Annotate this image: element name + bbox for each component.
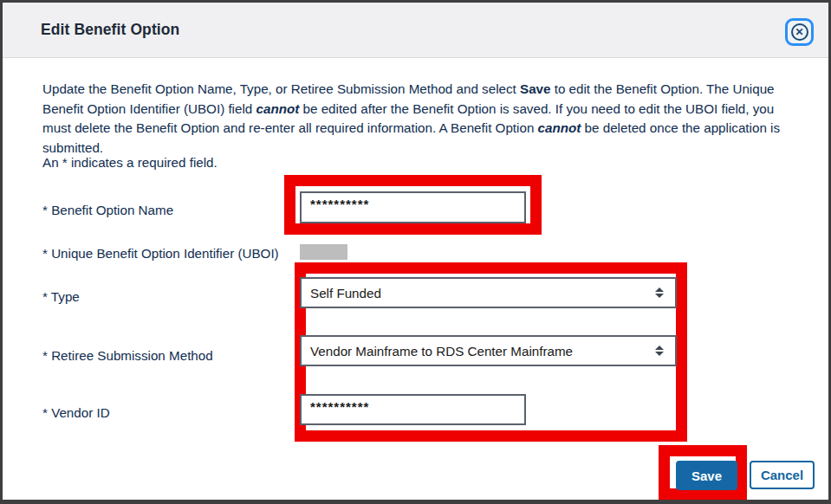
vendor-id-input[interactable]	[300, 394, 526, 425]
vendor-id-label: * Vendor ID	[42, 405, 110, 420]
save-button[interactable]: Save	[676, 461, 737, 490]
intro-text: Update the Benefit Option Name, Type, or…	[42, 81, 520, 96]
benefit-option-name-label: * Benefit Option Name	[42, 203, 173, 217]
select-caret-icon	[655, 288, 664, 298]
type-select-value: Self Funded	[310, 286, 381, 300]
dialog-header: Edit Benefit Option ✕	[3, 3, 828, 58]
select-caret-icon	[655, 346, 664, 356]
uboi-label: * Unique Benefit Option Identifier (UBOI…	[42, 246, 279, 261]
retiree-submission-method-label: * Retiree Submission Method	[42, 348, 213, 363]
close-icon: ✕	[791, 23, 808, 41]
retiree-submission-method-select-value: Vendor Mainframe to RDS Center Mainframe	[310, 344, 573, 359]
required-field-note: An * indicates a required field.	[42, 155, 217, 170]
type-select[interactable]: Self Funded	[300, 277, 677, 308]
intro-paragraph: Update the Benefit Option Name, Type, or…	[42, 80, 793, 158]
cancel-button[interactable]: Cancel	[750, 461, 815, 489]
edit-benefit-option-dialog: Edit Benefit Option ✕ Update the Benefit…	[0, 0, 831, 504]
uboi-redacted-value	[300, 244, 347, 260]
benefit-option-name-input[interactable]	[300, 191, 526, 223]
intro-save-emphasis: Save	[520, 81, 550, 96]
intro-cannot-emphasis: cannot	[538, 120, 581, 135]
dialog-title: Edit Benefit Option	[41, 21, 179, 39]
type-label: * Type	[42, 289, 80, 304]
intro-cannot-emphasis: cannot	[256, 101, 300, 116]
close-button[interactable]: ✕	[785, 18, 814, 46]
retiree-submission-method-select[interactable]: Vendor Mainframe to RDS Center Mainframe	[300, 335, 677, 366]
